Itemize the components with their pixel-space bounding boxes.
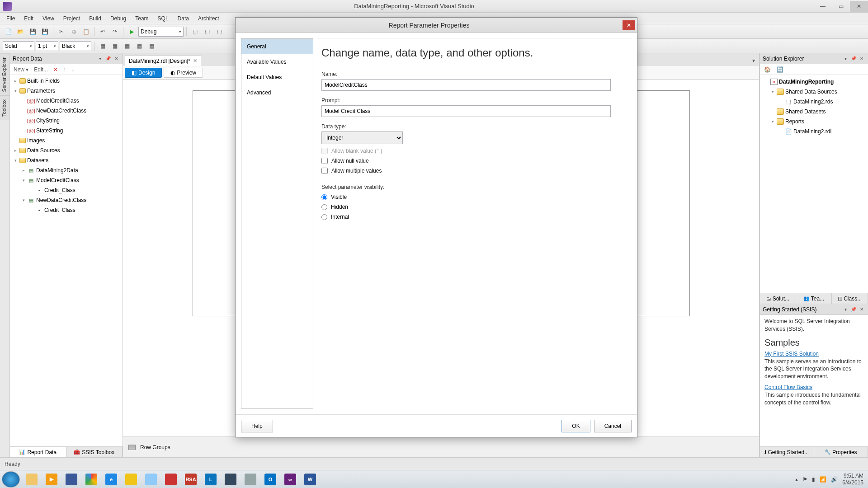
pin-icon[interactable]: 📌 xyxy=(104,55,112,62)
cut-icon[interactable]: ✂ xyxy=(56,26,67,37)
tray-network-icon[interactable]: 📶 xyxy=(820,476,826,483)
align-icon[interactable]: ▦ xyxy=(97,41,108,52)
tree-datasets[interactable]: ▾Datasets xyxy=(11,155,122,165)
tool-icon[interactable]: ⬚ xyxy=(189,26,200,37)
home-icon[interactable]: 🏠 xyxy=(762,64,773,75)
menu-view[interactable]: View xyxy=(38,14,59,23)
save-all-icon[interactable]: 💾 xyxy=(39,26,50,37)
rds-file[interactable]: ⬚DataMining2.rds xyxy=(762,97,866,107)
dropdown-icon[interactable]: ▾ xyxy=(842,306,849,313)
ok-button[interactable]: OK xyxy=(561,420,590,432)
paste-icon[interactable]: 📋 xyxy=(80,26,91,37)
start-button[interactable] xyxy=(2,471,20,488)
menu-data[interactable]: Data xyxy=(173,14,193,23)
tab-report-data[interactable]: 📊 Report Data xyxy=(10,447,66,457)
dialog-close-button[interactable]: ✕ xyxy=(623,20,635,30)
system-tray[interactable]: ▴ ⚑ ▮ 📶 🔊 9:51 AM 6/4/2015 xyxy=(795,473,866,486)
up-icon[interactable]: ↑ xyxy=(61,66,68,73)
task-app[interactable] xyxy=(142,472,160,487)
task-app[interactable] xyxy=(241,472,260,487)
task-chrome[interactable] xyxy=(82,472,101,487)
tree-param[interactable]: [@]ModelCreditClass xyxy=(11,96,122,106)
help-button[interactable]: Help xyxy=(241,420,273,432)
delete-icon[interactable]: ✕ xyxy=(52,66,60,73)
task-outlook[interactable]: O xyxy=(261,472,280,487)
menu-sql[interactable]: SQL xyxy=(153,14,173,23)
tree-parameters[interactable]: ▾Parameters xyxy=(11,86,122,96)
task-rsa[interactable]: RSA xyxy=(181,472,200,487)
menu-project[interactable]: Project xyxy=(59,14,85,23)
reports-folder[interactable]: ▾Reports xyxy=(762,117,866,127)
tab-properties[interactable]: 🔧 Properties xyxy=(814,447,868,457)
redo-icon[interactable]: ↷ xyxy=(109,26,120,37)
close-window-button[interactable]: ✕ xyxy=(850,1,868,12)
align-icon[interactable]: ▦ xyxy=(109,41,120,52)
align-icon[interactable]: ▦ xyxy=(134,41,145,52)
tree-field[interactable]: ▪Credit_Class xyxy=(11,205,122,215)
tab-menu-icon[interactable]: ▾ xyxy=(748,55,759,66)
config-dropdown[interactable]: Debug▾ xyxy=(138,27,184,37)
doc-tab[interactable]: DataMining2.rdl [Design]*✕ xyxy=(125,55,201,66)
allow-null-checkbox[interactable]: Allow null value xyxy=(321,158,627,164)
allow-multi-checkbox[interactable]: Allow multiple values xyxy=(321,168,627,174)
tree-data-sources[interactable]: ▸Data Sources xyxy=(11,145,122,155)
task-ie[interactable]: e xyxy=(102,472,121,487)
pin-icon[interactable]: 📌 xyxy=(850,55,857,62)
start-debug-icon[interactable]: ▶ xyxy=(126,26,137,37)
gs-link-control-flow[interactable]: Control Flow Basics xyxy=(764,384,812,390)
tree-dataset[interactable]: ▾▤NewDataCreditClass xyxy=(11,195,122,205)
rdl-file[interactable]: 📄DataMining2.rdl xyxy=(762,127,866,136)
tray-flag-icon[interactable]: ⚑ xyxy=(802,476,807,483)
tree-builtin-fields[interactable]: ▸Built-in Fields xyxy=(11,76,122,86)
tree-images[interactable]: Images xyxy=(11,136,122,145)
tree-dataset[interactable]: ▾▤ModelCreditClass xyxy=(11,175,122,185)
task-app[interactable] xyxy=(161,472,180,487)
visibility-internal[interactable]: Internal xyxy=(321,214,627,220)
edit-button[interactable]: Edit... xyxy=(32,66,50,73)
tray-volume-icon[interactable]: 🔊 xyxy=(831,476,838,483)
menu-team[interactable]: Team xyxy=(131,14,153,23)
visibility-visible[interactable]: Visible xyxy=(321,194,627,200)
nav-general[interactable]: General xyxy=(241,39,313,54)
dropdown-icon[interactable]: ▾ xyxy=(96,55,104,62)
menu-build[interactable]: Build xyxy=(85,14,106,23)
tab-class[interactable]: ◫ Class... xyxy=(832,293,868,304)
tool-icon[interactable]: ⬚ xyxy=(202,26,212,37)
task-app[interactable] xyxy=(122,472,141,487)
task-app[interactable] xyxy=(62,472,81,487)
task-app[interactable] xyxy=(221,472,240,487)
task-explorer[interactable] xyxy=(22,472,41,487)
shared-datasets[interactable]: Shared Datasets xyxy=(762,107,866,117)
prompt-input[interactable] xyxy=(321,105,611,117)
tab-getting-started[interactable]: ℹ Getting Started... xyxy=(760,447,814,457)
tree-dataset[interactable]: ▸▤DataMining2Data xyxy=(11,165,122,175)
visibility-hidden[interactable]: Hidden xyxy=(321,204,627,210)
task-media[interactable]: ▶ xyxy=(42,472,61,487)
refresh-icon[interactable]: 🔄 xyxy=(774,64,785,75)
design-tab[interactable]: ◧ Design xyxy=(125,68,162,78)
minimize-button[interactable]: — xyxy=(814,1,832,12)
save-icon[interactable]: 💾 xyxy=(27,26,38,37)
datatype-select[interactable]: Integer xyxy=(321,131,403,144)
cancel-button[interactable]: Cancel xyxy=(594,420,632,432)
close-panel-icon[interactable]: ✕ xyxy=(858,306,865,313)
server-explorer-tab[interactable]: Server Explorer xyxy=(0,53,9,95)
clock[interactable]: 9:51 AM 6/4/2015 xyxy=(842,473,863,486)
undo-icon[interactable]: ↶ xyxy=(97,26,108,37)
close-doc-icon[interactable]: ✕ xyxy=(193,58,197,64)
preview-tab[interactable]: ◐ Preview xyxy=(164,68,203,78)
tab-ssis-toolbox[interactable]: 🧰 SSIS Toolbox xyxy=(66,447,123,457)
new-project-icon[interactable]: 📄 xyxy=(3,26,14,37)
menu-edit[interactable]: Edit xyxy=(19,14,38,23)
nav-advanced[interactable]: Advanced xyxy=(241,85,313,100)
tree-param[interactable]: [@]NewDataCreditClass xyxy=(11,106,122,116)
tree-field[interactable]: ▪Credit_Class xyxy=(11,185,122,195)
align-icon[interactable]: ▦ xyxy=(146,41,157,52)
nav-available-values[interactable]: Available Values xyxy=(241,54,313,70)
tree-param[interactable]: [@]StateString xyxy=(11,126,122,136)
tray-battery-icon[interactable]: ▮ xyxy=(812,476,815,483)
shared-data-sources[interactable]: ▾Shared Data Sources xyxy=(762,87,866,97)
name-input[interactable] xyxy=(321,79,611,91)
nav-default-values[interactable]: Default Values xyxy=(241,70,313,85)
toolbox-tab[interactable]: Toolbox xyxy=(0,95,9,120)
